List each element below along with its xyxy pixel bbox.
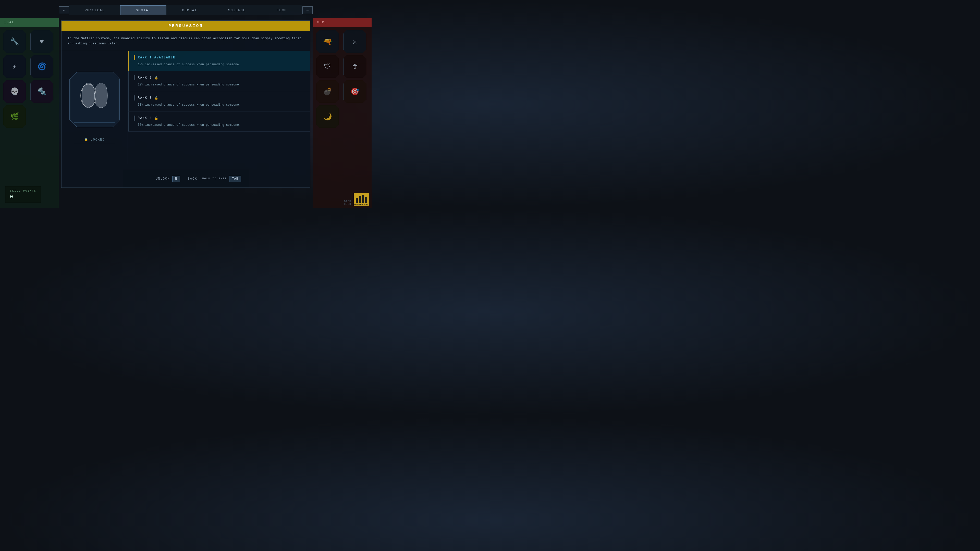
list-item[interactable]: 🌙 bbox=[316, 105, 339, 128]
list-item[interactable]: 🔫 bbox=[316, 30, 339, 53]
rank-2-lock-icon: 🔒 bbox=[154, 76, 158, 80]
tab-science[interactable]: SCIENCE bbox=[213, 5, 261, 15]
svg-text:✦: ✦ bbox=[94, 92, 95, 95]
rank-2-label: RANK 2 bbox=[138, 76, 152, 79]
skill-title: PERSUASION bbox=[62, 21, 310, 32]
skill-points-value: 0 bbox=[10, 194, 36, 200]
sidebar-right-grid: 🔫 ⚔ 🛡 🗡 💣 🎯 🌙 bbox=[313, 27, 372, 131]
list-item[interactable]: ⚡ bbox=[3, 55, 26, 78]
sidebar-left: ICAL 🔧 ♥ ⚡ 🌀 💀 🔩 bbox=[0, 18, 59, 208]
svg-rect-0 bbox=[71, 73, 118, 125]
badge-svg: ✦ ✦ ✦ ✦ ✦ ✦ ✦ + + bbox=[69, 71, 120, 127]
progress-bar-divider bbox=[74, 143, 115, 143]
list-item[interactable]: 💀 bbox=[3, 80, 26, 103]
list-item[interactable]: ♥ bbox=[30, 30, 53, 53]
rank-1-item[interactable]: RANK 1 AVAILABLE 10% increased chance of… bbox=[128, 51, 310, 71]
rank-2-description: 20% increased chance of success when per… bbox=[134, 83, 305, 87]
list-item[interactable]: 💣 bbox=[316, 80, 339, 103]
nav-next-button[interactable]: → bbox=[302, 6, 313, 14]
rank-2-indicator bbox=[134, 75, 135, 80]
rank-3-item[interactable]: RANK 3 🔒 30% increased chance of success… bbox=[128, 91, 310, 111]
watermark-text: BACK HOLD bbox=[344, 200, 351, 206]
rank-1-indicator bbox=[134, 55, 135, 60]
rank-3-label: RANK 3 bbox=[138, 96, 152, 100]
svg-text:GAMER GUIDES: GAMER GUIDES bbox=[355, 203, 369, 205]
back-label: BACK bbox=[188, 177, 197, 181]
list-item[interactable]: 🎯 bbox=[343, 80, 366, 103]
rank-2-item[interactable]: RANK 2 🔒 20% increased chance of success… bbox=[128, 71, 310, 91]
svg-text:✦: ✦ bbox=[90, 90, 91, 92]
unlock-label: UNLOCK bbox=[156, 177, 170, 181]
list-item[interactable]: 🛡 bbox=[316, 55, 339, 78]
watermark: BACK HOLD GAMER GUIDES bbox=[344, 193, 369, 206]
list-item[interactable]: ⚔ bbox=[343, 30, 366, 53]
locked-status: 🔒 LOCKED bbox=[84, 138, 105, 141]
skill-description: In the Settled Systems, the nuanced abil… bbox=[62, 32, 310, 51]
rank-3-indicator bbox=[134, 95, 135, 100]
list-item[interactable]: 🔩 bbox=[30, 80, 53, 103]
rank-2-header: RANK 2 🔒 bbox=[134, 75, 305, 80]
list-item[interactable]: 🔧 bbox=[3, 30, 26, 53]
svg-rect-16 bbox=[365, 197, 367, 203]
rank-4-lock-icon: 🔒 bbox=[154, 116, 158, 120]
svg-rect-15 bbox=[362, 195, 364, 203]
sidebar-left-grid: 🔧 ♥ ⚡ 🌀 💀 🔩 🌿 bbox=[0, 27, 59, 131]
rank-4-description: 50% increased chance of success when per… bbox=[134, 123, 305, 127]
rank-1-header: RANK 1 AVAILABLE bbox=[134, 55, 305, 60]
unlock-action[interactable]: UNLOCK E bbox=[156, 176, 180, 182]
rank-4-header: RANK 4 🔒 bbox=[134, 116, 305, 121]
main-panel: PERSUASION In the Settled Systems, the n… bbox=[61, 21, 310, 188]
unlock-key[interactable]: E bbox=[172, 176, 180, 182]
skill-points-label: SKILL POINTS bbox=[10, 189, 36, 192]
tab-combat[interactable]: COMBAT bbox=[166, 5, 213, 15]
skill-content: ✦ ✦ ✦ ✦ ✦ ✦ ✦ + + bbox=[62, 51, 310, 164]
sidebar-right-header: COME bbox=[313, 18, 372, 27]
rank-3-description: 30% increased chance of success when per… bbox=[134, 103, 305, 107]
rank-4-indicator bbox=[134, 116, 135, 121]
list-item[interactable]: 🌿 bbox=[3, 105, 26, 128]
svg-text:✦: ✦ bbox=[93, 103, 94, 105]
tab-social[interactable]: SOCIAL bbox=[120, 5, 166, 15]
rank-3-header: RANK 3 🔒 bbox=[134, 95, 305, 100]
rank-3-lock-icon: 🔒 bbox=[154, 96, 158, 100]
svg-text:+: + bbox=[92, 107, 92, 109]
svg-rect-13 bbox=[356, 198, 358, 203]
list-item[interactable]: 🌀 bbox=[30, 55, 53, 78]
rank-1-description: 10% increased chance of success when per… bbox=[134, 62, 305, 67]
bottom-action-bar: UNLOCK E BACK HOLD TO EXIT TAB bbox=[123, 170, 249, 187]
nav-tabs: ← PHYSICAL SOCIAL COMBAT SCIENCE TECH → bbox=[0, 0, 372, 21]
ranks-area: RANK 1 AVAILABLE 10% increased chance of… bbox=[128, 51, 310, 164]
hold-exit-label: HOLD TO EXIT bbox=[202, 177, 227, 180]
svg-rect-14 bbox=[359, 196, 361, 203]
back-key[interactable]: TAB bbox=[229, 176, 241, 182]
svg-text:✦: ✦ bbox=[93, 84, 94, 86]
list-item[interactable]: 🗡 bbox=[343, 55, 366, 78]
sidebar-left-header: ICAL bbox=[0, 18, 59, 27]
sidebar-right: COME 🔫 ⚔ 🛡 🗡 💣 🎯 🌙 bbox=[313, 18, 372, 208]
svg-text:✦: ✦ bbox=[97, 89, 98, 91]
tab-tech[interactable]: TECH bbox=[261, 5, 302, 15]
rank-4-item[interactable]: RANK 4 🔒 50% increased chance of success… bbox=[128, 111, 310, 132]
rank-4-label: RANK 4 bbox=[138, 116, 152, 120]
nav-prev-button[interactable]: ← bbox=[59, 6, 69, 14]
skill-points-box: SKILL POINTS 0 bbox=[5, 186, 41, 203]
watermark-logo: GAMER GUIDES bbox=[354, 193, 369, 206]
skill-image-area: ✦ ✦ ✦ ✦ ✦ ✦ ✦ + + bbox=[62, 51, 128, 164]
tab-physical[interactable]: PHYSICAL bbox=[69, 5, 120, 15]
rank-1-label: RANK 1 AVAILABLE bbox=[138, 56, 175, 59]
back-action[interactable]: BACK HOLD TO EXIT TAB bbox=[188, 176, 241, 182]
skill-badge: ✦ ✦ ✦ ✦ ✦ ✦ ✦ + + bbox=[69, 71, 120, 127]
